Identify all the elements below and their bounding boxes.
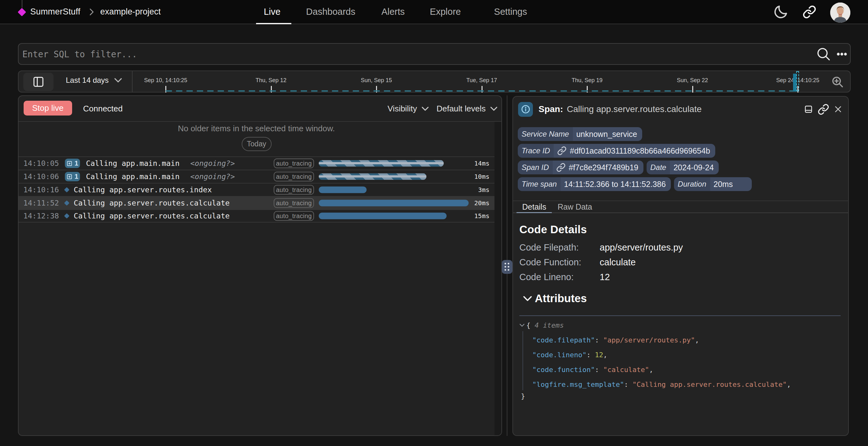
pill-label: Span ID — [518, 161, 553, 174]
attributes-json: { 4 items"code.filepath": "app/server/ro… — [519, 318, 841, 404]
trace-row[interactable]: 14:12:38 Calling app.server.routes.calcu… — [19, 209, 494, 223]
pill-label: Service Name — [518, 127, 573, 141]
panel-left-icon — [32, 75, 45, 88]
nav-tab-settings[interactable]: Settings — [494, 0, 527, 24]
timeline-dashed-baseline — [166, 90, 793, 92]
detail-tabs: DetailsRaw Data — [513, 200, 848, 213]
trace-row-time: 14:12:38 — [23, 212, 60, 220]
meta-pill-span-id[interactable]: Span ID #f7c8e294f7489b19 — [518, 161, 644, 174]
code-detail-row: Code Filepath:app/server/routes.py — [519, 240, 683, 255]
span-meta-pills: Service Name unknown_serviceTrace ID #df… — [518, 127, 752, 191]
live-view-toolbar: Stop live Connected Visibility Default l… — [19, 96, 501, 122]
trace-row-ongoing: <ongoing?> — [190, 172, 235, 181]
visibility-label: Visibility — [388, 104, 417, 114]
trace-row-message: Calling app.main.main — [86, 172, 180, 181]
span-duration-bar — [319, 213, 446, 219]
avatar[interactable] — [830, 2, 850, 23]
time-range-bar: Last 14 days Sep 10, 14:10:25Thu, Sep 12… — [18, 70, 851, 93]
code-detail-value: 12 — [600, 272, 610, 282]
json-top-divider — [519, 315, 841, 316]
default-levels-dropdown[interactable]: Default levels — [436, 104, 498, 114]
copy-link-icon[interactable] — [817, 103, 829, 115]
timeline-selection — [796, 71, 799, 91]
expand-children-badge[interactable]: 1 — [65, 172, 80, 181]
trace-row[interactable]: 14:10:05 1 Calling app.main.main <ongoin… — [19, 156, 494, 170]
expand-children-badge[interactable]: 1 — [65, 159, 80, 168]
nav-tab-explore[interactable]: Explore — [430, 0, 461, 24]
search-icon[interactable] — [816, 46, 831, 62]
info-icon — [518, 102, 533, 117]
chevron-down-icon — [422, 106, 429, 111]
trace-row-duration: 14ms — [474, 160, 490, 167]
nav-tab-live[interactable]: Live — [264, 0, 280, 24]
today-button[interactable]: Today — [242, 137, 272, 151]
json-indent-guide — [523, 331, 523, 390]
trace-row-time: 14:10:05 — [23, 159, 60, 168]
sidebar-toggle-button[interactable] — [23, 73, 54, 91]
auto-tracing-tag: auto_tracing — [274, 198, 314, 208]
auto-tracing-tag: auto_tracing — [274, 185, 314, 195]
auto-tracing-tag: auto_tracing — [274, 211, 314, 221]
default-levels-label: Default levels — [436, 104, 486, 114]
dock-panel-icon[interactable] — [804, 104, 813, 114]
pill-value: #f7c8e294f7489b19 — [553, 161, 644, 174]
attributes-section-header[interactable]: Attributes — [523, 292, 587, 305]
pill-value: 20ms — [710, 177, 752, 191]
trace-row[interactable]: 14:11:52 Calling app.server.routes.calcu… — [19, 196, 494, 209]
json-entry: "code.filepath": "app/server/routes.py", — [519, 333, 841, 348]
pill-value: #df01acad0311189c8b66a466d969654b — [554, 144, 715, 158]
span-detail-panel: Span: Calling app.server.routes.calculat… — [513, 96, 849, 436]
span-duration-bar — [319, 160, 444, 167]
live-view-panel: Stop live Connected Visibility Default l… — [18, 95, 502, 436]
span-diamond-icon — [64, 187, 70, 193]
timeline-histogram[interactable]: Sep 10, 14:10:25Thu, Sep 12Sun, Sep 15Tu… — [133, 71, 826, 92]
detail-tab-raw-data[interactable]: Raw Data — [552, 201, 598, 213]
code-detail-label: Code Filepath: — [519, 242, 600, 253]
chevron-down-icon — [523, 295, 532, 301]
zoom-in-icon[interactable] — [831, 75, 844, 89]
timeline-tick-label: Thu, Sep 12 — [255, 77, 286, 84]
more-options-icon[interactable] — [835, 47, 849, 61]
pill-label: Trace ID — [518, 144, 554, 158]
visibility-dropdown[interactable]: Visibility — [388, 104, 429, 114]
stop-live-button[interactable]: Stop live — [24, 101, 72, 116]
timeline-tick-label: Tue, Sep 17 — [466, 77, 497, 84]
panel-resizer-grip[interactable] — [502, 260, 513, 274]
trace-row[interactable]: 14:10:06 1 Calling app.main.main <ongoin… — [19, 170, 494, 183]
sql-filter-bar: Enter SQL to filter... — [18, 43, 851, 65]
share-link-icon[interactable] — [803, 5, 816, 19]
chevron-down-icon — [490, 106, 498, 111]
meta-pill-duration: Duration 20ms — [674, 177, 752, 191]
trace-row-message: Calling app.server.routes.index — [74, 185, 212, 194]
code-details-section: Code Details Code Filepath:app/server/ro… — [519, 223, 683, 285]
attributes-heading: Attributes — [535, 292, 587, 305]
trace-row[interactable]: 14:10:16 Calling app.server.routes.index… — [19, 183, 494, 196]
sql-filter-input[interactable]: Enter SQL to filter... — [22, 49, 850, 59]
pill-label: Duration — [674, 177, 710, 191]
time-range-label: Last 14 days — [66, 76, 108, 85]
time-range-dropdown[interactable]: Last 14 days — [66, 71, 122, 89]
close-icon[interactable] — [834, 105, 842, 114]
pill-label: Time span — [518, 177, 561, 191]
trace-row-duration: 20ms — [474, 199, 490, 207]
span-duration-bar — [319, 173, 427, 180]
collapse-chevron-icon[interactable] — [519, 324, 525, 327]
trace-row-message: Calling app.server.routes.calculate — [74, 212, 229, 220]
meta-pill-trace-id[interactable]: Trace ID #df01acad0311189c8b66a466d96965… — [518, 144, 715, 158]
detail-tab-details[interactable]: Details — [517, 201, 552, 213]
connection-status: Connected — [83, 104, 123, 114]
span-diamond-icon — [64, 200, 70, 206]
attributes-json-viewer: { 4 items"code.filepath": "app/server/ro… — [519, 315, 841, 404]
code-details-rows: Code Filepath:app/server/routes.pyCode F… — [519, 240, 683, 285]
plus-square-icon — [66, 174, 72, 180]
nav-tab-alerts[interactable]: Alerts — [381, 0, 405, 24]
theme-toggle-moon-icon[interactable] — [773, 4, 788, 20]
nav-tab-dashboards[interactable]: Dashboards — [306, 0, 355, 24]
code-detail-row: Code Lineno:12 — [519, 270, 683, 285]
grip-dots-icon — [504, 263, 509, 271]
pill-value: 14:11:52.366 to 14:11:52.386 — [561, 177, 671, 191]
span-kind-label: Span: — [538, 104, 563, 114]
timeline-tick-label: Thu, Sep 19 — [571, 77, 602, 84]
json-open-row[interactable]: { 4 items — [519, 318, 841, 333]
trace-row-message: Calling app.main.main — [86, 159, 180, 168]
